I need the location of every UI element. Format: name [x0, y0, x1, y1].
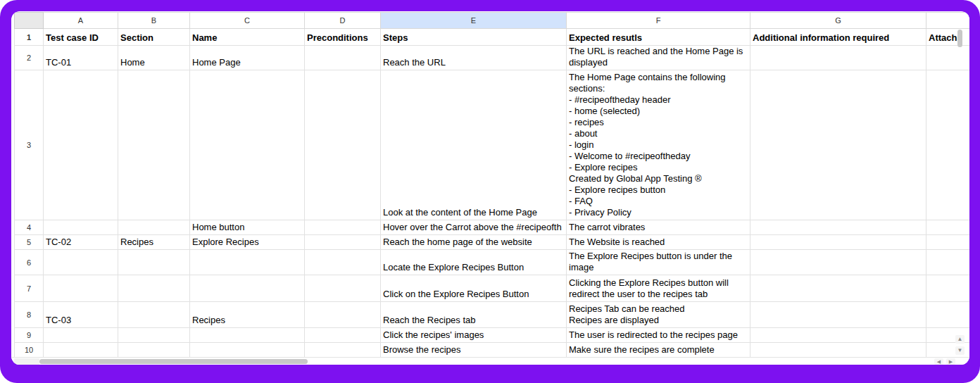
cell-E2[interactable]: Reach the URL: [381, 46, 567, 70]
row-header-2[interactable]: 2: [15, 46, 44, 70]
cell-E6[interactable]: Locate the Explore Recipes Button: [381, 250, 567, 275]
cell-D2[interactable]: [305, 46, 381, 70]
cell-B6[interactable]: [118, 250, 190, 275]
cell-D4[interactable]: [305, 220, 381, 235]
cell-E7[interactable]: Click on the Explore Recipes Button: [381, 275, 567, 302]
cell-D1[interactable]: Preconditions: [305, 29, 381, 46]
cell-G9[interactable]: [750, 328, 926, 343]
cell-C8[interactable]: Recipes: [190, 302, 305, 328]
cell-F1[interactable]: Expected resutls: [567, 29, 750, 46]
column-header-D[interactable]: D: [305, 13, 381, 29]
cell-G5[interactable]: [750, 235, 926, 250]
cell-B8[interactable]: [118, 302, 190, 328]
row-header-9[interactable]: 9: [15, 328, 44, 343]
scroll-right-button[interactable]: ▶: [946, 358, 955, 365]
cell-C1[interactable]: Name: [190, 29, 305, 46]
cell-B2[interactable]: Home: [118, 46, 190, 70]
cell-E9[interactable]: Click the recipes' images: [381, 328, 567, 343]
cell-C5[interactable]: Explore Recipes: [190, 235, 305, 250]
cell-D9[interactable]: [305, 328, 381, 343]
cell-C9[interactable]: [190, 328, 305, 343]
cell-B3[interactable]: [118, 70, 190, 220]
row-header-1[interactable]: 1: [15, 29, 44, 46]
row-header-4[interactable]: 4: [15, 220, 44, 235]
cell-A3[interactable]: [44, 70, 118, 220]
cell-B4[interactable]: [118, 220, 190, 235]
column-header-E[interactable]: E: [381, 13, 567, 29]
cell-C2[interactable]: Home Page: [190, 46, 305, 70]
cell-F10[interactable]: Make sure the recipes are complete: [567, 343, 750, 358]
cell-H3[interactable]: [926, 70, 970, 220]
cell-E10[interactable]: Browse the recipes: [381, 343, 567, 358]
column-header-G[interactable]: G: [750, 13, 926, 29]
cell-G7[interactable]: [750, 275, 926, 302]
cell-H1[interactable]: Attachr: [926, 29, 970, 46]
cell-A7[interactable]: [44, 275, 118, 302]
cell-F2[interactable]: The URL is reached and the Home Page is …: [567, 46, 750, 70]
cell-D3[interactable]: [305, 70, 381, 220]
horizontal-scrollbar[interactable]: ◀ ▶: [11, 357, 969, 365]
cell-A1[interactable]: Test case ID: [44, 29, 118, 46]
cell-G8[interactable]: [750, 302, 926, 328]
horizontal-scrollbar-thumb[interactable]: [39, 359, 308, 364]
column-header-A[interactable]: A: [44, 13, 118, 29]
row-header-3[interactable]: 3: [15, 70, 44, 220]
cell-B5[interactable]: Recipes: [118, 235, 190, 250]
cell-A8[interactable]: TC-03: [44, 302, 118, 328]
cell-B10[interactable]: [118, 343, 190, 358]
cell-G3[interactable]: [750, 70, 926, 220]
scroll-up-button[interactable]: ▲: [955, 335, 965, 344]
cell-F6[interactable]: The Explore Recipes button is under the …: [567, 250, 750, 275]
cell-G4[interactable]: [750, 220, 926, 235]
cell-C10[interactable]: [190, 343, 305, 358]
vertical-scrollbar-thumb[interactable]: [957, 30, 962, 47]
row-header-7[interactable]: 7: [15, 275, 44, 302]
cell-F7[interactable]: Clicking the Explore Recipes button will…: [567, 275, 750, 302]
cell-G10[interactable]: [750, 343, 926, 358]
cell-A5[interactable]: TC-02: [44, 235, 118, 250]
cell-G6[interactable]: [750, 250, 926, 275]
cell-H2[interactable]: [926, 46, 970, 70]
cell-H8[interactable]: [926, 302, 970, 328]
cell-B1[interactable]: Section: [118, 29, 190, 46]
cell-D5[interactable]: [305, 235, 381, 250]
cell-B7[interactable]: [118, 275, 190, 302]
cell-A2[interactable]: TC-01: [44, 46, 118, 70]
cell-A4[interactable]: [44, 220, 118, 235]
row-header-8[interactable]: 8: [15, 302, 44, 328]
cell-E5[interactable]: Reach the home page of the website: [381, 235, 567, 250]
select-all-corner[interactable]: [15, 13, 44, 29]
cell-A6[interactable]: [44, 250, 118, 275]
cell-G1[interactable]: Additional information required: [750, 29, 926, 46]
cell-D8[interactable]: [305, 302, 381, 328]
cell-H7[interactable]: [926, 275, 970, 302]
cell-E1[interactable]: Steps: [381, 29, 567, 46]
cell-C6[interactable]: [190, 250, 305, 275]
cell-F9[interactable]: The user is redirected to the recipes pa…: [567, 328, 750, 343]
cell-F4[interactable]: The carrot vibrates: [567, 220, 750, 235]
cell-D10[interactable]: [305, 343, 381, 358]
cell-H6[interactable]: [926, 250, 970, 275]
column-header-C[interactable]: C: [190, 13, 305, 29]
column-header-F[interactable]: F: [567, 13, 750, 29]
cell-A10[interactable]: [44, 343, 118, 358]
cell-F5[interactable]: The Website is reached: [567, 235, 750, 250]
row-header-10[interactable]: 10: [15, 343, 44, 358]
cell-C7[interactable]: [190, 275, 305, 302]
cell-G2[interactable]: [750, 46, 926, 70]
cell-C3[interactable]: [190, 70, 305, 220]
cell-A9[interactable]: [44, 328, 118, 343]
column-header-H[interactable]: [926, 13, 970, 29]
cell-B9[interactable]: [118, 328, 190, 343]
cell-D6[interactable]: [305, 250, 381, 275]
scroll-left-button[interactable]: ◀: [934, 358, 943, 365]
cell-F8[interactable]: Recipes Tab can be reached Recipes are d…: [567, 302, 750, 328]
cell-D7[interactable]: [305, 275, 381, 302]
cell-F3[interactable]: The Home Page contains the following sec…: [567, 70, 750, 220]
cell-C4[interactable]: Home button: [190, 220, 305, 235]
cell-H4[interactable]: [926, 220, 970, 235]
column-header-B[interactable]: B: [118, 13, 190, 29]
row-header-5[interactable]: 5: [15, 235, 44, 250]
cell-E4[interactable]: Hover over the Carrot above the #recipeo…: [381, 220, 567, 235]
cell-E8[interactable]: Reach the Recipes tab: [381, 302, 567, 328]
